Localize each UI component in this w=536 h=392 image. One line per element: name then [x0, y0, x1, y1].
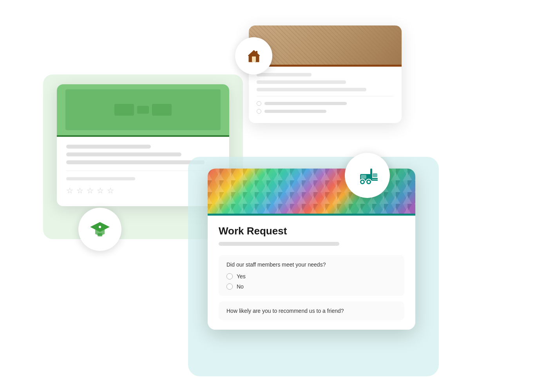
workrequest-badge	[345, 153, 390, 198]
workrequest-radio-yes[interactable]	[226, 273, 233, 279]
realestate-radio-text-1	[264, 102, 347, 105]
realestate-radio-row-2	[257, 109, 394, 114]
workrequest-section-2: How likely are you to recommend us to a …	[219, 301, 404, 320]
home-icon	[245, 47, 263, 65]
svg-rect-8	[372, 180, 378, 181]
education-badge	[78, 208, 121, 251]
education-image-block3	[152, 104, 172, 116]
svg-rect-7	[372, 178, 378, 179]
workrequest-label-yes: Yes	[237, 273, 246, 279]
education-image-block1	[114, 104, 134, 116]
education-card-image	[57, 84, 229, 135]
star-3: ☆	[87, 186, 94, 195]
realestate-text-row-3	[257, 88, 366, 91]
realestate-divider	[257, 96, 394, 96]
workrequest-subtitle	[219, 242, 339, 246]
education-rating-label	[66, 177, 135, 180]
graduation-cap-icon	[90, 219, 110, 240]
workrequest-question-2: How likely are you to recommend us to a …	[226, 308, 397, 314]
education-image-block2	[137, 106, 149, 114]
svg-point-11	[361, 181, 364, 183]
star-2: ☆	[76, 186, 83, 195]
education-text-row-3	[66, 160, 205, 164]
svg-rect-13	[361, 175, 366, 179]
realestate-radio-text-2	[264, 110, 326, 113]
svg-rect-14	[373, 173, 377, 177]
workrequest-label-no: No	[237, 283, 244, 290]
svg-point-1	[99, 226, 101, 228]
workrequest-title: Work Request	[219, 225, 404, 237]
svg-point-12	[368, 181, 370, 183]
education-image-inner	[65, 89, 221, 130]
star-4: ☆	[97, 186, 104, 195]
svg-rect-6	[370, 169, 372, 181]
workrequest-card-body: Work Request Did our staff members meet …	[208, 216, 415, 330]
forklift-icon	[356, 165, 379, 186]
workrequest-option-no[interactable]: No	[226, 283, 397, 290]
education-text-row-1	[66, 145, 151, 149]
realestate-radio-2	[257, 109, 261, 114]
workrequest-card: Work Request Did our staff members meet …	[208, 169, 415, 330]
workrequest-option-yes[interactable]: Yes	[226, 273, 397, 279]
workrequest-question-1: Did our staff members meet your needs?	[226, 261, 397, 268]
star-1: ☆	[66, 186, 73, 195]
education-text-row-2	[66, 152, 181, 156]
realestate-text-row-2	[257, 80, 346, 84]
star-5: ☆	[107, 186, 114, 195]
realestate-card	[249, 25, 402, 123]
svg-rect-4	[256, 51, 257, 54]
realestate-text-row-1	[257, 73, 311, 76]
svg-rect-3	[252, 56, 256, 62]
realestate-radio-1	[257, 101, 261, 106]
realestate-radio-row-1	[257, 101, 394, 106]
workrequest-section-1: Did our staff members meet your needs? Y…	[219, 255, 404, 296]
workrequest-radio-no[interactable]	[226, 283, 233, 290]
realestate-card-body	[249, 67, 402, 123]
svg-rect-2	[98, 233, 102, 236]
realestate-badge	[235, 37, 272, 74]
